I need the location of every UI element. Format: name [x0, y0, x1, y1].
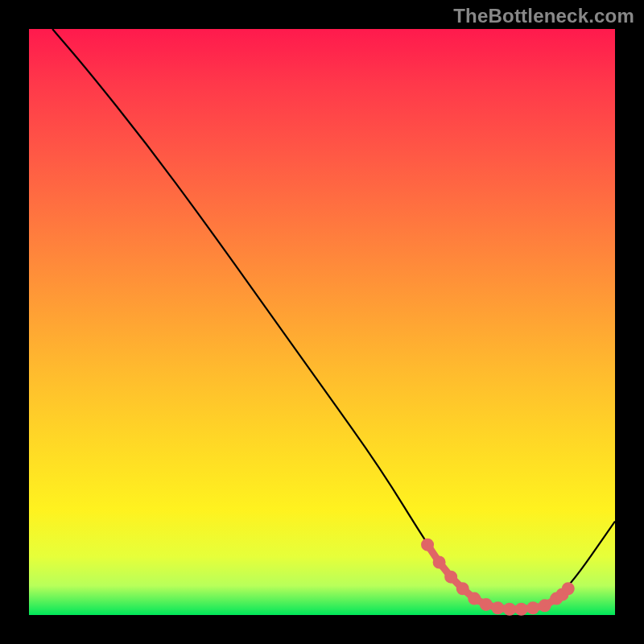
sweet-spot-dot	[459, 585, 466, 592]
sweet-spot-dot	[482, 601, 489, 608]
sweet-spot-dot	[506, 605, 513, 613]
sweet-spot-dot	[518, 605, 525, 613]
sweet-spot-markers	[424, 541, 572, 613]
bottleneck-curve	[52, 29, 615, 609]
sweet-spot-dot	[424, 541, 431, 548]
chart-frame: TheBottleneck.com	[0, 0, 644, 644]
sweet-spot-dot	[436, 559, 443, 566]
sweet-spot-dot	[541, 602, 548, 609]
sweet-spot-dot	[530, 605, 537, 612]
watermark-text: TheBottleneck.com	[453, 5, 634, 27]
sweet-spot-dot	[564, 585, 572, 592]
plot-area	[29, 29, 615, 615]
curve-layer	[29, 29, 615, 615]
sweet-spot-dot	[494, 605, 502, 612]
sweet-spot-dot	[471, 595, 478, 602]
sweet-spot-dot	[448, 573, 455, 580]
